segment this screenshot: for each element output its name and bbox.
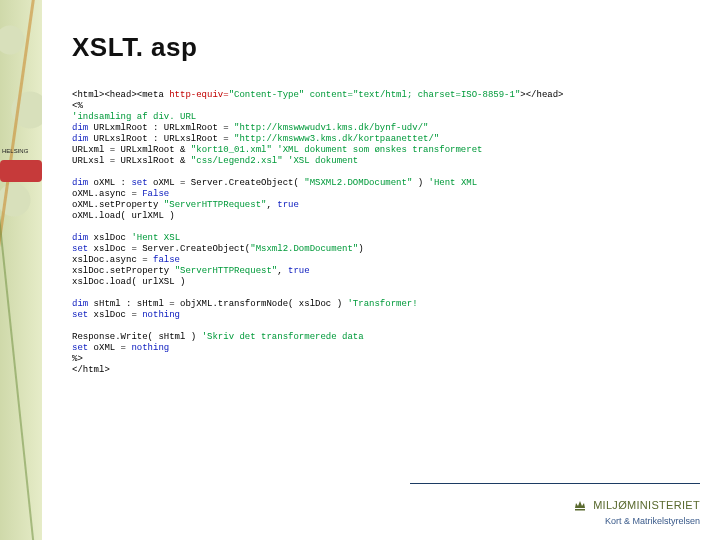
code-line: URLxml = URLxmlRoot & [72, 145, 191, 155]
ministry-name: MILJØMINISTERIET [593, 499, 700, 511]
code-comment: 'Skriv det transformerede data [202, 332, 364, 342]
code-kw: False [142, 189, 169, 199]
code-line: xslDoc = [88, 310, 142, 320]
code-kw: dim [72, 134, 88, 144]
code-comment: 'indsamling af div. URL [72, 112, 196, 122]
code-line: xslDoc.load( urlXSL ) [72, 277, 185, 287]
footer-divider [410, 483, 700, 484]
code-line: sHtml : sHtml = objXML.transformNode( xs… [88, 299, 347, 309]
code-str: "Msxml2.DomDocument" [250, 244, 358, 254]
code-line: oXML : [88, 178, 131, 188]
map-sidebar-strip: HELSING [0, 0, 42, 540]
code-str: "css/Legend2.xsl" [191, 156, 283, 166]
code-comment: 'Transformer! [347, 299, 417, 309]
map-city-marker [0, 160, 42, 182]
code-line: , [266, 200, 277, 210]
code-kw: dim [72, 123, 88, 133]
code-kw: dim [72, 178, 88, 188]
code-line: , [277, 266, 288, 276]
code-comment: 'XML dokument som ønskes transformeret [272, 145, 483, 155]
code-kw: nothing [131, 343, 169, 353]
code-comment: 'Hent XML [429, 178, 478, 188]
code-line: xslDoc.async = [72, 255, 153, 265]
code-line: URLxmlRoot : URLxmlRoot = [88, 123, 234, 133]
slide-title: XSLT. asp [72, 32, 197, 63]
crown-icon [573, 498, 587, 514]
code-str: "http://kmswww3.kms.dk/kortpaanettet/" [234, 134, 439, 144]
ministry-logo: MILJØMINISTERIET [573, 498, 700, 514]
code-line: </html> [72, 365, 110, 375]
code-line: URLxsl = URLxslRoot & [72, 156, 191, 166]
code-line: oXML.load( urlXML ) [72, 211, 175, 221]
code-str: "ServerHTTPRequest" [175, 266, 278, 276]
code-line: xslDoc = Server.CreateObject( [88, 244, 250, 254]
code-str: "Content-Type" content= [229, 90, 353, 100]
code-kw: dim [72, 299, 88, 309]
code-comment: 'XSL dokument [283, 156, 359, 166]
code-kw: set [72, 310, 88, 320]
code-line: xslDoc.setProperty [72, 266, 175, 276]
code-attr: http-equiv= [169, 90, 228, 100]
code-kw: set [72, 343, 88, 353]
code-line: ) [358, 244, 363, 254]
code-str: "MSXML2.DOMDocument" [304, 178, 412, 188]
code-kw: set [131, 178, 147, 188]
code-line: oXML.async = [72, 189, 142, 199]
code-line: oXML = Server.CreateObject( [148, 178, 305, 188]
code-kw: true [288, 266, 310, 276]
agency-name: Kort & Matrikelstyrelsen [573, 516, 700, 526]
code-line: %> [72, 354, 83, 364]
code-line: ) [412, 178, 428, 188]
code-line: oXML = [88, 343, 131, 353]
code-kw: nothing [142, 310, 180, 320]
code-line: URLxslRoot : URLxslRoot = [88, 134, 234, 144]
code-kw: false [153, 255, 180, 265]
code-line: Response.Write( sHtml ) [72, 332, 202, 342]
code-kw: true [277, 200, 299, 210]
code-kw: set [72, 244, 88, 254]
code-line: <html><head><meta [72, 90, 169, 100]
code-line: oXML.setProperty [72, 200, 164, 210]
code-str: "kort10_01.xml" [191, 145, 272, 155]
map-city-label: HELSING [2, 148, 28, 154]
code-line: <% [72, 101, 83, 111]
code-str: "text/html; charset=ISO-8859-1" [353, 90, 520, 100]
code-block: <html><head><meta http-equiv="Content-Ty… [72, 90, 672, 376]
code-line: xslDoc [88, 233, 131, 243]
code-str: "http://kmswwwudv1.kms.dk/bynf-udv/" [234, 123, 428, 133]
code-kw: dim [72, 233, 88, 243]
code-line: ></head> [520, 90, 563, 100]
footer: MILJØMINISTERIET Kort & Matrikelstyrelse… [573, 498, 700, 526]
code-str: "ServerHTTPRequest" [164, 200, 267, 210]
code-comment: 'Hent XSL [131, 233, 180, 243]
